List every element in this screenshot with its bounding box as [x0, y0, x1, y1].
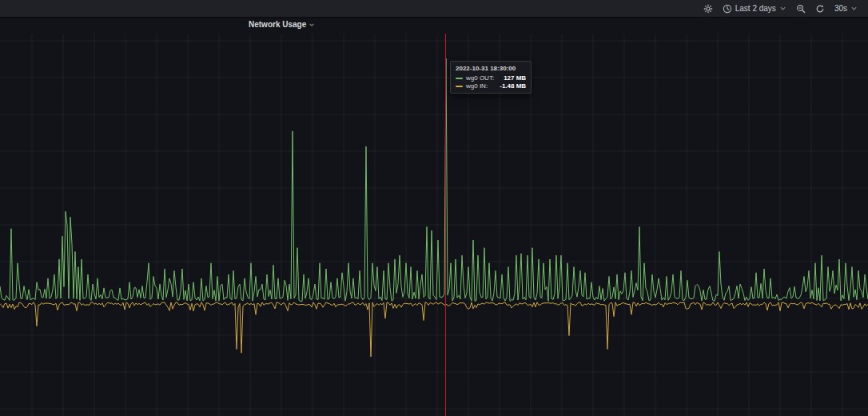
tooltip-row-out: wg0 OUT: 127 MB: [456, 74, 526, 82]
chevron-down-icon: [779, 5, 786, 12]
tooltip-row-in: wg0 IN: -1.48 MB: [456, 82, 526, 90]
series-in-swatch: [456, 86, 463, 87]
panel-title[interactable]: Network Usage: [249, 20, 315, 29]
chart-canvas: [0, 0, 868, 416]
crosshair-line: [445, 34, 446, 416]
refresh-button[interactable]: [811, 2, 829, 15]
top-toolbar: Last 2 days 30s: [0, 0, 868, 18]
tooltip-in-value: -1.48 MB: [493, 82, 526, 90]
panel-title-label: Network Usage: [249, 20, 306, 29]
zoom-out-button[interactable]: [792, 2, 810, 15]
panel-settings-button[interactable]: [699, 2, 717, 15]
grafana-dashboard: Last 2 days 30s: [0, 0, 868, 416]
series-out-swatch: [456, 78, 463, 79]
chevron-down-icon: [309, 22, 315, 28]
time-range-label: Last 2 days: [735, 5, 776, 13]
clock-icon: [723, 4, 732, 14]
gear-icon: [703, 4, 713, 14]
time-range-picker[interactable]: Last 2 days: [719, 2, 790, 15]
chevron-down-icon: [850, 5, 858, 12]
refresh-interval-label: 30s: [834, 5, 847, 13]
zoom-out-icon: [796, 4, 806, 14]
chart-tooltip: 2022-10-31 18:30:00 wg0 OUT: 127 MB wg0 …: [450, 61, 532, 94]
tooltip-in-label: wg0 IN:: [466, 82, 488, 90]
tooltip-timestamp: 2022-10-31 18:30:00: [456, 65, 526, 72]
tooltip-out-label: wg0 OUT:: [466, 74, 494, 82]
tooltip-out-value: 127 MB: [497, 74, 526, 82]
network-usage-chart[interactable]: 2022-10-31 18:30:00 wg0 OUT: 127 MB wg0 …: [0, 0, 868, 416]
refresh-interval-dropdown[interactable]: 30s: [830, 3, 862, 14]
refresh-icon: [815, 4, 825, 14]
